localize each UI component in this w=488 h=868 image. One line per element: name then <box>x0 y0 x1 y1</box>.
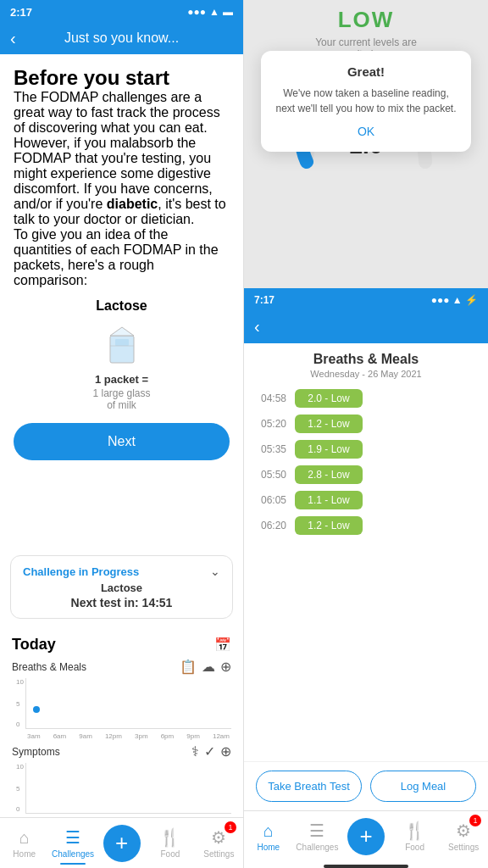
reading-badge-4: 2.8 - Low <box>295 465 363 484</box>
nav-settings-left[interactable]: ⚙ Settings 1 <box>195 818 243 868</box>
home-icon-right: ⌂ <box>263 821 274 841</box>
add-breaths-icon[interactable]: ⊕ <box>220 659 231 675</box>
intro-para2: To give you an idea of the quantities of… <box>14 227 230 288</box>
take-breath-test-button[interactable]: Take Breath Test <box>256 771 362 802</box>
challenge-header: Challenge in Progress ⌄ <box>23 565 220 578</box>
log-meal-button[interactable]: Log Meal <box>370 771 476 802</box>
reading-badge-6: 1.2 - Low <box>295 516 363 535</box>
food-label-right: Food <box>405 843 424 852</box>
battery-icon-left: ▬ <box>223 6 233 18</box>
chart-ymin: 0 <box>16 721 19 728</box>
nav-add-left[interactable]: + <box>97 818 146 868</box>
reading-row-1: 04:58 2.0 - Low <box>256 389 476 408</box>
challenge-type: Lactose <box>23 581 220 594</box>
breaths-chart-area: 10 5 0 <box>25 678 231 729</box>
food-label-left: Food <box>161 849 180 859</box>
reading-badge-1: 2.0 - Low <box>295 389 363 408</box>
milk-icon <box>103 320 141 366</box>
breaths-meals-content: Breaths & Meals Wednesday - 26 May 2021 … <box>244 343 488 761</box>
header-right: ‹ <box>244 312 488 343</box>
nav-add-right[interactable]: + <box>341 811 391 861</box>
nav-home-left[interactable]: ⌂ Home <box>0 818 48 868</box>
lactose-section: Lactose 1 packet = 1 large glassof milk <box>14 298 230 411</box>
time-right: 7:17 <box>254 294 274 306</box>
chart-ymid: 5 <box>16 699 19 707</box>
reading-badge-3: 1.9 - Low <box>295 440 363 459</box>
challenge-card: Challenge in Progress ⌄ Lactose Next tes… <box>10 555 233 619</box>
home-label-right: Home <box>257 843 280 852</box>
nav-settings-right[interactable]: ⚙ Settings 1 <box>439 811 488 861</box>
wifi-icon-left: ▲ <box>209 6 219 18</box>
scrollable-content: Before you start The FODMAP challenges a… <box>0 54 243 548</box>
chevron-down-icon[interactable]: ⌄ <box>210 565 220 578</box>
nav-food-right[interactable]: 🍴 Food <box>391 811 440 861</box>
timer-value: 14:51 <box>142 596 173 609</box>
intro-para1: The FODMAP challenges are a great way to… <box>14 90 230 227</box>
dialog-text: We've now taken a baseline reading, next… <box>274 86 458 116</box>
reading-time-2: 05:20 <box>256 418 286 430</box>
page-heading: Before you start <box>14 66 230 90</box>
symptoms-label: Symptoms <box>12 746 60 758</box>
reading-time-6: 06:20 <box>256 520 286 531</box>
challenges-icon-right: ☰ <box>309 821 324 841</box>
symptoms-chart-area: 10 5 0 <box>25 763 231 814</box>
status-bar-left: 2:17 ●●● ▲ ▬ <box>0 0 243 24</box>
symptoms-chart-ymin: 0 <box>16 805 19 813</box>
readings-list: 04:58 2.0 - Low 05:20 1.2 - Low 05:35 1.… <box>256 389 476 535</box>
back-button-left[interactable]: ‹ <box>10 29 16 48</box>
add-symptoms-icon[interactable]: ⊕ <box>220 743 231 760</box>
status-bar-right: 7:17 ●●● ▲ ⚡ <box>244 288 488 312</box>
right-panel: LOW Your current levels arequite low 2.0… <box>244 0 488 868</box>
status-icons-left: ●●● ▲ ▬ <box>187 6 233 18</box>
reading-row-6: 06:20 1.2 - Low <box>256 516 476 535</box>
reading-row-3: 05:35 1.9 - Low <box>256 440 476 459</box>
settings-badge-right: 1 <box>469 815 481 826</box>
challenge-timer: Next test in: 14:51 <box>23 596 220 609</box>
reading-time-4: 05:50 <box>256 469 286 481</box>
reading-row-4: 05:50 2.8 - Low <box>256 465 476 484</box>
wifi-icon-right: ▲ <box>452 294 463 306</box>
lactose-label: Lactose <box>14 298 230 314</box>
calendar-icon[interactable]: 📅 <box>214 637 231 653</box>
chart-x-labels: 3am 6am 9am 12pm 3pm 6pm 9pm 12am <box>25 732 231 740</box>
breaths-meals-icons: 📋 ☁ ⊕ <box>180 659 231 675</box>
reading-badge-2: 1.2 - Low <box>295 415 363 433</box>
symptoms-icon[interactable]: ⚕ <box>191 743 199 760</box>
home-indicator <box>324 865 408 868</box>
food-icon-left: 🍴 <box>159 827 180 848</box>
settings-icon-right: ⚙ <box>456 821 471 841</box>
challenge-section: Challenge in Progress ⌄ Lactose Next tes… <box>0 548 243 627</box>
symptoms-chart-ymax: 10 <box>16 763 24 771</box>
low-badge: LOW <box>338 7 395 33</box>
today-section: Today 📅 Breaths & Meals 📋 ☁ ⊕ 10 5 0 <box>0 627 243 817</box>
symptoms-chart-ymid: 5 <box>16 784 19 792</box>
next-button[interactable]: Next <box>14 423 230 460</box>
challenges-icon-left: ☰ <box>65 827 80 848</box>
nav-home-right[interactable]: ⌂ Home <box>244 811 293 861</box>
back-button-right[interactable]: ‹ <box>254 317 260 337</box>
header-title-left: Just so you know... <box>64 31 179 46</box>
signal-icon-left: ●●● <box>187 6 206 18</box>
nav-challenges-left[interactable]: ☰ Challenges <box>48 818 97 868</box>
nav-food-left[interactable]: 🍴 Food <box>146 818 194 868</box>
today-header: Today 📅 <box>12 636 231 654</box>
dialog-ok-button[interactable]: OK <box>274 125 458 138</box>
settings-icon-left: ⚙ <box>211 827 226 848</box>
nav-challenges-right[interactable]: ☰ Challenges <box>293 811 342 861</box>
signal-icon-right: ●●● <box>431 294 450 306</box>
left-panel: 2:17 ●●● ▲ ▬ ‹ Just so you know... Befor… <box>0 0 244 868</box>
check-icon[interactable]: ✓ <box>204 743 215 760</box>
cloud-icon[interactable]: ☁ <box>202 659 215 675</box>
add-button-left[interactable]: + <box>103 825 141 862</box>
today-title: Today <box>12 636 56 654</box>
battery-icon-right: ⚡ <box>465 294 478 306</box>
right-top-section: LOW Your current levels arequite low 2.0… <box>244 0 488 288</box>
reading-time-3: 05:35 <box>256 443 286 455</box>
symptoms-chart: 10 5 0 <box>12 763 231 814</box>
bottom-nav-right: ⌂ Home ☰ Challenges + 🍴 Food ⚙ Settings … <box>244 810 488 861</box>
home-icon-left: ⌂ <box>19 828 30 848</box>
challenges-label-left: Challenges <box>52 849 94 859</box>
right-bottom-section: 7:17 ●●● ▲ ⚡ ‹ Breaths & Meals Wednesday… <box>244 288 488 868</box>
clipboard-icon[interactable]: 📋 <box>180 659 197 675</box>
add-button-right[interactable]: + <box>347 818 385 855</box>
